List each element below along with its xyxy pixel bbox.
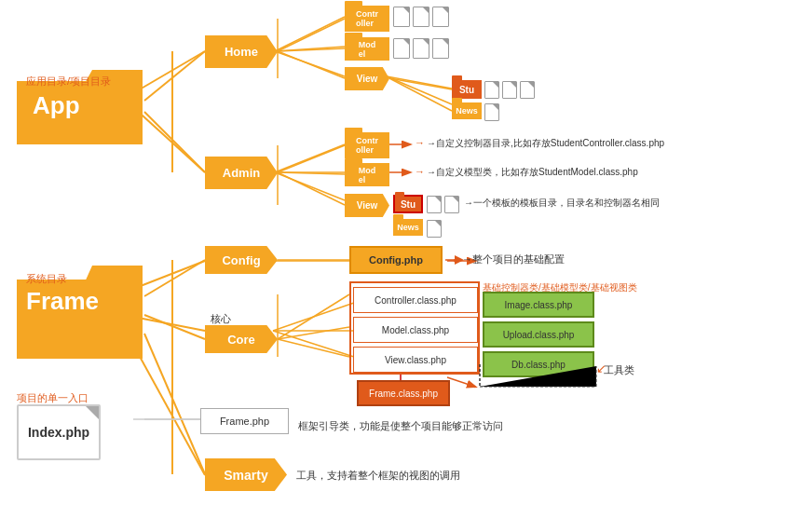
home-ctrl-file1 bbox=[393, 7, 410, 27]
frame-class-annotation: 工具类 bbox=[604, 363, 634, 377]
smarty-folder: Smarty bbox=[205, 458, 287, 491]
admin-folder: Admin bbox=[205, 157, 278, 189]
svg-line-33 bbox=[389, 78, 452, 89]
app-label: 应用目录/项目目录 bbox=[26, 75, 111, 89]
stu-file2 bbox=[502, 81, 517, 99]
home-model-folder: Model bbox=[345, 37, 389, 61]
home-model-file2 bbox=[413, 38, 429, 59]
view-class-file: View.class.php bbox=[353, 347, 478, 373]
core-classes-group: Controller.class.php Model.class.php Vie… bbox=[349, 281, 480, 375]
admin-view-folder: View bbox=[345, 194, 389, 217]
svg-line-23 bbox=[144, 112, 205, 172]
admin-stu-file2 bbox=[444, 196, 459, 213]
svg-line-9 bbox=[387, 76, 452, 104]
news-file1 bbox=[484, 103, 499, 121]
svg-line-26 bbox=[278, 48, 345, 51]
svg-line-4 bbox=[275, 51, 345, 76]
frame-class-file: Frame.class.php bbox=[357, 380, 450, 406]
svg-line-25 bbox=[278, 19, 345, 51]
upload-class-file: Upload.class.php bbox=[483, 321, 594, 348]
stu-folder-home: Stu bbox=[452, 80, 482, 99]
svg-line-36 bbox=[144, 315, 205, 339]
core-folder-cn: 核心 bbox=[211, 312, 231, 326]
news-folder-admin: News bbox=[393, 219, 423, 236]
config-folder: Config bbox=[205, 246, 278, 274]
svg-line-17 bbox=[273, 331, 354, 357]
controller-class-file: Controller.class.php bbox=[353, 287, 478, 313]
svg-line-37 bbox=[144, 334, 205, 474]
svg-line-1 bbox=[133, 107, 205, 172]
home-model-file1 bbox=[393, 38, 410, 59]
home-folder: Home bbox=[205, 35, 278, 68]
svg-line-29 bbox=[278, 145, 345, 172]
svg-line-30 bbox=[278, 172, 345, 174]
stu-folder-admin: Stu bbox=[393, 195, 423, 213]
config-annotation-arrow: → bbox=[445, 252, 458, 267]
stu-file1 bbox=[484, 81, 499, 99]
home-model-file3 bbox=[432, 38, 449, 59]
svg-line-27 bbox=[278, 51, 345, 78]
admin-ctrl-annotation: →→自定义控制器目录,比如存放StudentController.class.p… bbox=[415, 137, 664, 150]
frame-title: Frame bbox=[26, 287, 99, 316]
svg-line-41 bbox=[278, 327, 349, 339]
home-ctrl-file3 bbox=[432, 7, 449, 27]
svg-line-12 bbox=[133, 345, 205, 475]
svg-line-2 bbox=[275, 17, 345, 51]
svg-line-5 bbox=[275, 144, 345, 172]
svg-line-11 bbox=[133, 317, 205, 331]
svg-line-35 bbox=[144, 260, 205, 296]
stu-file3 bbox=[520, 81, 535, 99]
home-view-folder: View bbox=[345, 67, 389, 90]
svg-line-31 bbox=[278, 172, 345, 205]
admin-model-folder: Model bbox=[345, 163, 389, 186]
home-ctrl-file2 bbox=[413, 7, 429, 27]
admin-stu-file1 bbox=[427, 196, 442, 213]
frame-php-file: Frame.php bbox=[200, 408, 289, 434]
svg-line-34 bbox=[389, 78, 452, 111]
svg-line-8 bbox=[387, 76, 452, 89]
svg-line-22 bbox=[144, 51, 205, 101]
svg-line-40 bbox=[278, 294, 349, 339]
entry-label: 项目的单一入口 bbox=[17, 391, 89, 405]
model-class-file: Model.class.php bbox=[353, 317, 478, 343]
admin-view-annotation: →一个模板的模板目录，目录名和控制器名相同 bbox=[464, 197, 660, 210]
svg-line-3 bbox=[275, 47, 345, 51]
home-controller-folder: Controller bbox=[345, 6, 389, 32]
smarty-annotation: 工具，支持着整个框架的视图的调用 bbox=[296, 469, 460, 483]
image-class-file: Image.class.php bbox=[483, 292, 594, 318]
admin-model-annotation: →→自定义模型类，比如存放StudentModel.class.php bbox=[415, 166, 638, 179]
svg-line-15 bbox=[273, 303, 354, 331]
admin-controller-folder: Controller bbox=[345, 132, 389, 158]
core-folder: Core bbox=[205, 325, 278, 353]
svg-line-0 bbox=[133, 51, 205, 93]
svg-line-7 bbox=[275, 172, 345, 200]
app-title: App bbox=[33, 91, 80, 120]
svg-line-20 bbox=[447, 377, 475, 387]
index-file: Index.php bbox=[17, 404, 101, 460]
frame-php-annotation: 框架引导类，功能是使整个项目能够正常访问 bbox=[298, 419, 503, 433]
svg-line-42 bbox=[278, 339, 349, 357]
db-class-file: Db.class.php bbox=[483, 351, 594, 377]
config-php-file: Config.php bbox=[349, 246, 443, 274]
frame-label: 系统目录 bbox=[26, 272, 67, 286]
news-folder-home: News bbox=[452, 102, 482, 119]
admin-news-file1 bbox=[427, 220, 442, 238]
config-annotation: →整个项目的基础配置 bbox=[462, 252, 565, 266]
svg-line-10 bbox=[133, 261, 205, 289]
